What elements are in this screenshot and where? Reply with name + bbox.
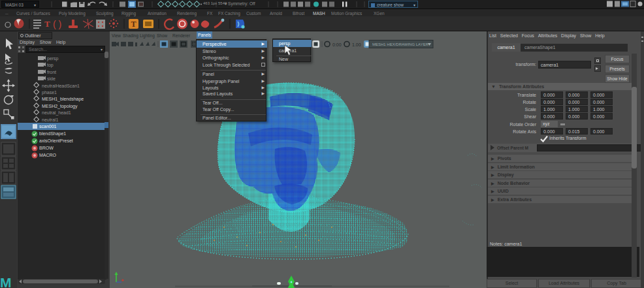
svg-text:MESH1 HEX/DRAWING LAYER: MESH1 HEX/DRAWING LAYER (372, 42, 429, 46)
svg-text:( ): ( ) (53, 19, 61, 29)
svg-text:M: M (0, 275, 12, 288)
svg-text:T: T (131, 20, 137, 29)
svg-text:0:00: 0:00 (332, 42, 342, 47)
svg-text:1.00: 1.00 (352, 42, 361, 47)
svg-text:T: T (44, 19, 50, 29)
